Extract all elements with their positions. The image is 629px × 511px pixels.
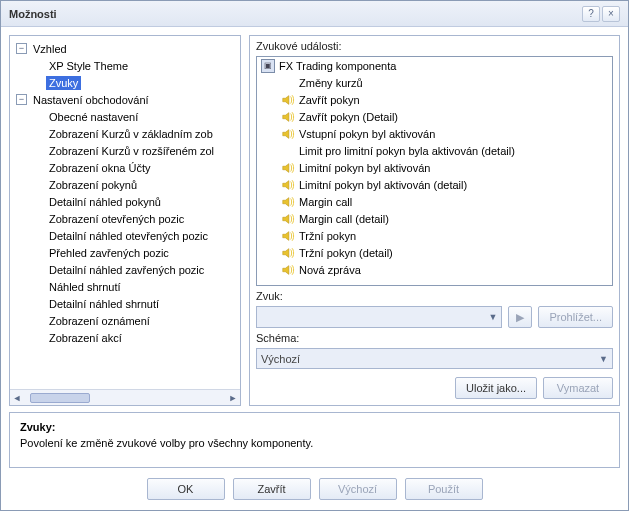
play-sound-button[interactable]: ▶	[508, 306, 532, 328]
sound-event-item[interactable]: Vstupní pokyn byl aktivován	[257, 125, 612, 142]
sound-event-label: Margin call	[299, 196, 352, 208]
sound-event-item[interactable]: Limitní pokyn byl aktivován	[257, 159, 612, 176]
category-tree-panel: −VzhledXP Style ThemeZvuky−Nastavení obc…	[9, 35, 241, 406]
sound-event-item[interactable]: Limitní pokyn byl aktivován (detail)	[257, 176, 612, 193]
sound-combo[interactable]: ▼	[256, 306, 502, 328]
speaker-icon	[281, 246, 295, 260]
sound-label: Zvuk:	[256, 290, 613, 302]
sound-event-item[interactable]: Zavřít pokyn	[257, 91, 612, 108]
scroll-right-arrow[interactable]: ►	[226, 391, 240, 405]
sound-row: ▼ ▶ Prohlížet...	[256, 306, 613, 328]
tree-item[interactable]: Zobrazení Kurzů v rozšířeném zol	[12, 142, 238, 159]
sound-event-label: Limit pro limitní pokyn byla aktivován (…	[299, 145, 515, 157]
tree-item-label: Zobrazení akcí	[46, 331, 125, 345]
scheme-buttons-row: Uložit jako... Vymazat	[256, 377, 613, 399]
tree-item[interactable]: Náhled shrnutí	[12, 278, 238, 295]
tree-item[interactable]: Zobrazení oznámení	[12, 312, 238, 329]
description-title: Zvuky:	[20, 421, 609, 433]
speaker-icon	[281, 195, 295, 209]
tree-item[interactable]: Přehled zavřených pozic	[12, 244, 238, 261]
tree-node-nastaveni[interactable]: −Nastavení obchodování	[12, 91, 238, 108]
tree-item[interactable]: XP Style Theme	[12, 57, 238, 74]
tree-item-label: Zobrazení otevřených pozic	[46, 212, 187, 226]
tree-item[interactable]: Obecné nastavení	[12, 108, 238, 125]
tree-item[interactable]: Zobrazení akcí	[12, 329, 238, 346]
speaker-icon	[281, 229, 295, 243]
tree-item[interactable]: Detailní náhled pokynů	[12, 193, 238, 210]
sound-settings-panel: Zvukové události: ▣FX Trading komponenta…	[249, 35, 620, 406]
tree-item-label: Náhled shrnutí	[46, 280, 124, 294]
events-label: Zvukové události:	[256, 40, 613, 52]
tree-item-label: Přehled zavřených pozic	[46, 246, 172, 260]
scheme-combo[interactable]: Výchozí ▼	[256, 348, 613, 369]
tree-item-label: Zobrazení oznámení	[46, 314, 153, 328]
blank-icon	[281, 76, 295, 90]
sound-event-item[interactable]: Tržní pokyn (detail)	[257, 244, 612, 261]
sound-event-label: Tržní pokyn (detail)	[299, 247, 393, 259]
tree-item-label: Detailní náhled otevřených pozic	[46, 229, 211, 243]
browse-button[interactable]: Prohlížet...	[538, 306, 613, 328]
options-dialog: Možnosti ? × −VzhledXP Style ThemeZvuky−…	[0, 0, 629, 511]
save-as-button[interactable]: Uložit jako...	[455, 377, 537, 399]
description-text: Povolení ke změně zvukové volby pro všec…	[20, 437, 609, 449]
tree-item-label: Detailní náhled shrnutí	[46, 297, 162, 311]
chevron-down-icon: ▼	[599, 354, 608, 364]
sound-event-label: Vstupní pokyn byl aktivován	[299, 128, 435, 140]
tree-item[interactable]: Zobrazení okna Účty	[12, 159, 238, 176]
sound-event-item[interactable]: Margin call (detail)	[257, 210, 612, 227]
tree-item[interactable]: Zobrazení pokynů	[12, 176, 238, 193]
sound-event-item[interactable]: Limit pro limitní pokyn byla aktivován (…	[257, 142, 612, 159]
application-icon: ▣	[261, 59, 275, 73]
sound-event-label: Zavřít pokyn (Detail)	[299, 111, 398, 123]
tree-item-label: Vzhled	[30, 42, 70, 56]
tree-item-label: Zobrazení pokynů	[46, 178, 140, 192]
sound-event-label: Limitní pokyn byl aktivován (detail)	[299, 179, 467, 191]
sound-event-label: Margin call (detail)	[299, 213, 389, 225]
close-window-button[interactable]: ×	[602, 6, 620, 22]
speaker-icon	[281, 178, 295, 192]
apply-button[interactable]: Použít	[405, 478, 483, 500]
tree-item[interactable]: Detailní náhled otevřených pozic	[12, 227, 238, 244]
speaker-icon	[281, 93, 295, 107]
category-tree[interactable]: −VzhledXP Style ThemeZvuky−Nastavení obc…	[10, 36, 240, 389]
scroll-left-arrow[interactable]: ◄	[10, 391, 24, 405]
sound-event-item[interactable]: Margin call	[257, 193, 612, 210]
sound-event-label: Zavřít pokyn	[299, 94, 360, 106]
scroll-thumb[interactable]	[30, 393, 90, 403]
main-row: −VzhledXP Style ThemeZvuky−Nastavení obc…	[9, 35, 620, 406]
sound-event-item[interactable]: Zavřít pokyn (Detail)	[257, 108, 612, 125]
sound-event-item[interactable]: Změny kurzů	[257, 74, 612, 91]
tree-item[interactable]: Zobrazení Kurzů v základním zob	[12, 125, 238, 142]
window-title: Možnosti	[9, 8, 580, 20]
help-button[interactable]: ?	[582, 6, 600, 22]
tree-item[interactable]: Zvuky	[12, 74, 238, 91]
speaker-icon	[281, 161, 295, 175]
tree-item[interactable]: Detailní náhled shrnutí	[12, 295, 238, 312]
sound-event-label: Tržní pokyn	[299, 230, 356, 242]
tree-horizontal-scrollbar[interactable]: ◄ ►	[10, 389, 240, 405]
tree-item-label: Detailní náhled zavřených pozic	[46, 263, 207, 277]
chevron-down-icon: ▼	[489, 312, 498, 322]
sound-events-list[interactable]: ▣FX Trading komponentaZměny kurzůZavřít …	[256, 56, 613, 286]
tree-node-vzhled[interactable]: −Vzhled	[12, 40, 238, 57]
play-icon: ▶	[516, 311, 524, 324]
tree-item[interactable]: Detailní náhled zavřených pozic	[12, 261, 238, 278]
default-button[interactable]: Výchozí	[319, 478, 397, 500]
blank-icon	[281, 144, 295, 158]
sound-event-label: Limitní pokyn byl aktivován	[299, 162, 430, 174]
collapse-icon[interactable]: −	[16, 94, 27, 105]
sound-event-item[interactable]: ▣FX Trading komponenta	[257, 57, 612, 74]
sound-event-item[interactable]: Nová zpráva	[257, 261, 612, 278]
collapse-icon[interactable]: −	[16, 43, 27, 54]
delete-scheme-button[interactable]: Vymazat	[543, 377, 613, 399]
ok-button[interactable]: OK	[147, 478, 225, 500]
close-button[interactable]: Zavřít	[233, 478, 311, 500]
tree-item-label: Zobrazení Kurzů v základním zob	[46, 127, 216, 141]
tree-item-label: Detailní náhled pokynů	[46, 195, 164, 209]
dialog-footer: OK Zavřít Výchozí Použít	[9, 474, 620, 502]
sound-event-item[interactable]: Tržní pokyn	[257, 227, 612, 244]
tree-item[interactable]: Zobrazení otevřených pozic	[12, 210, 238, 227]
titlebar: Možnosti ? ×	[1, 1, 628, 27]
speaker-icon	[281, 212, 295, 226]
tree-item-label: Zobrazení okna Účty	[46, 161, 154, 175]
